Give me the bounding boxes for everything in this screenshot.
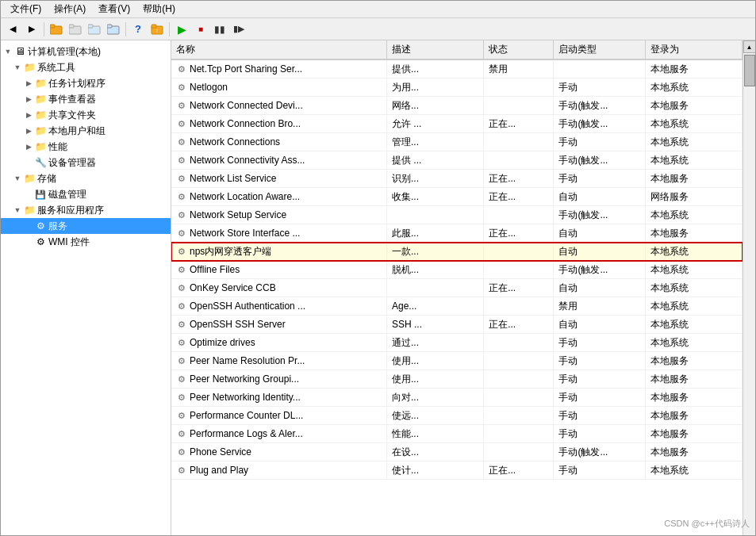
service-name-cell: ⚙OnKey Service CCB <box>171 279 387 297</box>
table-row[interactable]: ⚙Performance Counter DL...使远...手动本地服务 <box>171 407 743 425</box>
table-row[interactable]: ⚙Performance Logs & Aler...性能...手动本地服务 <box>171 425 743 443</box>
service-startup-cell: 自动 <box>554 243 645 261</box>
service-startup-cell <box>554 59 645 78</box>
sidebar-item-tools[interactable]: ▼ 📁 系统工具 <box>1 59 171 75</box>
service-status-cell: 正在... <box>484 115 554 133</box>
service-name-cell: ⚙Network List Service <box>171 170 387 188</box>
sidebar-item-wmi[interactable]: ⚙ WMI 控件 <box>1 234 171 250</box>
help-button[interactable]: ? <box>129 21 147 38</box>
folder-btn-4[interactable] <box>105 21 122 38</box>
gear-icon-devmgr: 🔧 <box>34 156 47 169</box>
sidebar-item-perf[interactable]: ▶ 📁 性能 <box>1 139 171 155</box>
pause-service-button[interactable]: ▮▮ <box>211 21 228 38</box>
service-gear-icon: ⚙ <box>176 82 187 93</box>
start-service-button[interactable]: ▶ <box>173 21 190 38</box>
folder-icon-task: 📁 <box>34 77 47 90</box>
scroll-thumb[interactable] <box>744 55 755 86</box>
sidebar-item-devmgr[interactable]: 🔧 设备管理器 <box>1 155 171 170</box>
folder-icon-storage: 📁 <box>23 172 36 185</box>
service-login-cell: 本地服务 <box>645 352 742 370</box>
right-scrollbar[interactable]: ▲ <box>743 40 755 535</box>
table-row[interactable]: ⚙Netlogon为用...手动本地系统 <box>171 78 743 97</box>
sidebar-label-storage: 存储 <box>37 171 56 186</box>
col-header-status[interactable]: 状态 <box>484 40 554 59</box>
service-name-text: OnKey Service CCB <box>190 281 276 295</box>
table-row[interactable]: ⚙Network Store Interface ...此服...正在...自动… <box>171 224 743 243</box>
table-row[interactable]: ⚙nps内网穿透客户端一款...自动本地系统 <box>171 243 743 261</box>
menu-action[interactable]: 操作(A) <box>48 2 92 17</box>
folder-btn-5[interactable]: ↑ <box>148 21 166 38</box>
col-header-desc[interactable]: 描述 <box>387 40 484 59</box>
table-row[interactable]: ⚙Offline Files脱机...手动(触发...本地系统 <box>171 261 743 279</box>
service-status-cell: 正在... <box>484 461 554 480</box>
sidebar-item-share[interactable]: ▶ 📁 共享文件夹 <box>1 107 171 123</box>
table-row[interactable]: ⚙OpenSSH SSH ServerSSH ...正在...自动本地系统 <box>171 316 743 334</box>
tree-toggle-tools[interactable]: ▼ <box>12 60 23 75</box>
tree-toggle-share[interactable]: ▶ <box>23 108 34 122</box>
table-row[interactable]: ⚙OpenSSH Authentication ...Age...禁用本地系统 <box>171 297 743 316</box>
table-row[interactable]: ⚙Network Location Aware...收集...正在...自动网络… <box>171 188 743 206</box>
sidebar-item-diskmgr[interactable]: 💾 磁盘管理 <box>1 186 171 202</box>
stop-service-button[interactable]: ■ <box>192 21 209 38</box>
tree-toggle-computer[interactable]: ▼ <box>2 44 13 59</box>
service-login-cell: 本地系统 <box>645 461 742 480</box>
col-header-login[interactable]: 登录为 <box>645 40 742 59</box>
sidebar-item-services-app[interactable]: ▼ 📁 服务和应用程序 <box>1 202 171 218</box>
folder-btn-1[interactable] <box>48 21 65 38</box>
table-row[interactable]: ⚙Network Connection Bro...允许 ...正在...手动(… <box>171 115 743 133</box>
computer-icon: 🖥 <box>13 45 26 58</box>
service-gear-icon: ⚙ <box>176 173 187 184</box>
sidebar-item-computer[interactable]: ▼ 🖥 计算机管理(本地) <box>1 44 171 59</box>
table-row[interactable]: ⚙Peer Networking Groupi...使用...手动本地服务 <box>171 370 743 389</box>
menu-view[interactable]: 查看(V) <box>92 2 136 17</box>
folder-btn-3[interactable] <box>86 21 103 38</box>
service-startup-cell: 自动 <box>554 188 645 206</box>
menu-file[interactable]: 文件(F) <box>4 2 48 17</box>
service-status-cell <box>484 97 554 115</box>
tree-toggle-users[interactable]: ▶ <box>23 124 34 138</box>
table-row[interactable]: ⚙Net.Tcp Port Sharing Ser...提供...禁用本地服务 <box>171 59 743 78</box>
folder-btn-2[interactable] <box>67 21 84 38</box>
tree-toggle-perf[interactable]: ▶ <box>23 140 34 154</box>
services-table[interactable]: 名称 描述 状态 启动类型 登录为 ⚙Net.Tcp Port Sharing … <box>171 40 743 535</box>
service-desc-cell: 网络... <box>387 97 484 115</box>
sidebar-item-task[interactable]: ▶ 📁 任务计划程序 <box>1 75 171 91</box>
table-row[interactable]: ⚙OnKey Service CCB正在...自动本地系统 <box>171 279 743 297</box>
tree-toggle-services-app[interactable]: ▼ <box>12 203 23 217</box>
col-header-startup[interactable]: 启动类型 <box>554 40 645 59</box>
menu-help[interactable]: 帮助(H) <box>136 2 182 17</box>
scroll-up-arrow[interactable]: ▲ <box>743 40 756 53</box>
service-startup-cell: 手动 <box>554 133 645 151</box>
col-header-name[interactable]: 名称 <box>171 40 387 59</box>
sidebar-item-services[interactable]: ⚙ 服务 <box>1 218 171 234</box>
table-row[interactable]: ⚙Optimize drives通过...手动本地系统 <box>171 334 743 352</box>
service-login-cell: 本地系统 <box>645 151 742 170</box>
table-row[interactable]: ⚙Network Setup Service手动(触发...本地系统 <box>171 206 743 224</box>
sidebar: ▼ 🖥 计算机管理(本地) ▼ 📁 系统工具 ▶ 📁 任务计划程序 ▶ 📁 事件… <box>1 40 171 535</box>
service-name-text: Network Store Interface ... <box>190 226 300 240</box>
service-status-cell: 正在... <box>484 279 554 297</box>
sidebar-item-users[interactable]: ▶ 📁 本地用户和组 <box>1 123 171 139</box>
table-row[interactable]: ⚙Peer Networking Identity...向对...手动本地服务 <box>171 389 743 407</box>
forward-button[interactable]: ▶ <box>23 21 40 38</box>
table-row[interactable]: ⚙Network Connections管理...手动本地系统 <box>171 133 743 151</box>
sidebar-label-wmi: WMI 控件 <box>48 235 90 249</box>
svg-rect-5 <box>88 25 93 28</box>
table-row[interactable]: ⚙Network List Service识别...正在...手动本地服务 <box>171 170 743 188</box>
sidebar-item-event[interactable]: ▶ 📁 事件查看器 <box>1 91 171 107</box>
service-gear-icon: ⚙ <box>176 100 187 111</box>
sidebar-item-storage[interactable]: ▼ 📁 存储 <box>1 170 171 186</box>
table-row[interactable]: ⚙Network Connectivity Ass...提供 ...手动(触发.… <box>171 151 743 170</box>
service-name-text: nps内网穿透客户端 <box>190 244 271 258</box>
table-row[interactable]: ⚙Peer Name Resolution Pr...使用...手动本地服务 <box>171 352 743 370</box>
table-row[interactable]: ⚙Network Connected Devi...网络...手动(触发...本… <box>171 97 743 115</box>
tree-toggle-task[interactable]: ▶ <box>23 76 34 90</box>
tree-toggle-event[interactable]: ▶ <box>23 92 34 106</box>
table-row[interactable]: ⚙Plug and Play使计...正在...手动本地系统 <box>171 461 743 480</box>
back-button[interactable]: ◀ <box>4 21 21 38</box>
service-desc-cell: 在设... <box>387 443 484 461</box>
table-row[interactable]: ⚙Phone Service在设...手动(触发...本地服务 <box>171 443 743 461</box>
tree-toggle-storage[interactable]: ▼ <box>12 171 23 186</box>
service-gear-icon: ⚙ <box>176 428 187 439</box>
restart-service-button[interactable]: ▮▶ <box>230 21 248 38</box>
